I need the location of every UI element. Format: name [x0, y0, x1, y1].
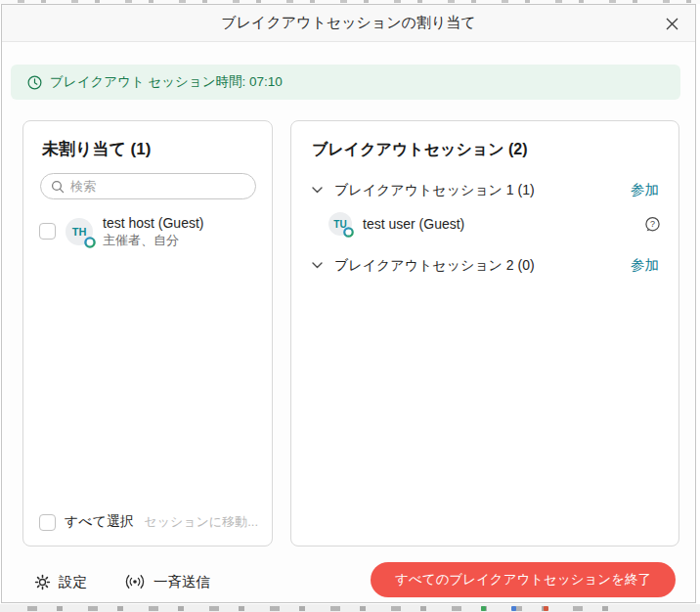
status-badge — [84, 237, 96, 248]
move-to-session-button[interactable]: セッションに移動... — [144, 513, 258, 531]
join-session-2-button[interactable]: 参加 — [631, 256, 659, 275]
dialog-title-bar: ブレイクアウトセッションの割り当て — [2, 5, 695, 42]
settings-label: 設定 — [59, 573, 87, 591]
join-session-1-button[interactable]: 参加 — [631, 181, 659, 199]
gear-icon — [34, 574, 51, 590]
select-all-label: すべて選択 — [65, 513, 134, 531]
participant-checkbox[interactable] — [39, 223, 56, 240]
participant-name: test host (Guest) — [103, 214, 203, 232]
help-request-icon: ? — [644, 216, 661, 233]
list-item-session-participant[interactable]: TU test user (Guest) ? — [328, 212, 661, 236]
session-row-2[interactable]: ブレイクアウトセッション 2 (0) 参加 — [312, 256, 659, 275]
broadcast-icon — [124, 574, 146, 590]
clock-icon — [27, 75, 42, 90]
search-box[interactable] — [40, 173, 256, 199]
broadcast-button[interactable]: 一斉送信 — [124, 573, 210, 591]
session-label: ブレイクアウトセッション 2 (0) — [334, 257, 535, 275]
end-all-breakout-sessions-button[interactable]: すべてのブレイクアウトセッションを終了 — [371, 562, 676, 597]
unassigned-panel-footer: すべて選択 セッションに移動... — [23, 501, 272, 546]
background-window-edge-bottom — [0, 604, 700, 612]
broadcast-label: 一斉送信 — [153, 573, 210, 591]
session-timer-text: ブレイクアウト セッション時間: 07:10 — [50, 73, 283, 91]
session-label: ブレイクアウトセッション 1 (1) — [334, 182, 535, 199]
breakout-assignment-dialog: ブレイクアウトセッションの割り当て ブレイクアウト セッション時間: 07:10… — [1, 4, 696, 603]
list-item-unassigned-participant[interactable]: TH test host (Guest) 主催者、自分 — [39, 214, 258, 248]
svg-text:?: ? — [650, 219, 655, 229]
search-input[interactable] — [70, 179, 245, 194]
session-row-1[interactable]: ブレイクアウトセッション 1 (1) 参加 — [312, 181, 659, 199]
status-badge — [343, 227, 355, 239]
dialog-footer: 設定 一斉送信 — [34, 564, 210, 599]
sessions-panel: ブレイクアウトセッション (2) ブレイクアウトセッション 1 (1) 参加 T… — [290, 120, 679, 546]
unassigned-panel: 未割り当て (1) TH — [22, 120, 273, 546]
chevron-down-icon[interactable] — [312, 187, 323, 194]
chevron-down-icon[interactable] — [312, 262, 323, 269]
search-icon — [51, 180, 65, 194]
participant-name: test user (Guest) — [363, 216, 464, 232]
close-icon[interactable] — [662, 14, 681, 33]
sessions-panel-title: ブレイクアウトセッション (2) — [291, 121, 678, 160]
session-timer-banner: ブレイクアウト セッション時間: 07:10 — [11, 65, 680, 100]
avatar: TH — [66, 218, 93, 245]
settings-button[interactable]: 設定 — [34, 573, 87, 591]
dialog-title: ブレイクアウトセッションの割り当て — [221, 14, 475, 32]
participant-role: 主催者、自分 — [103, 232, 203, 248]
screen: ブレイクアウトセッションの割り当て ブレイクアウト セッション時間: 07:10… — [0, 0, 700, 612]
unassigned-panel-title: 未割り当て (1) — [23, 121, 272, 160]
select-all-checkbox[interactable] — [39, 514, 56, 531]
avatar: TU — [328, 212, 352, 236]
